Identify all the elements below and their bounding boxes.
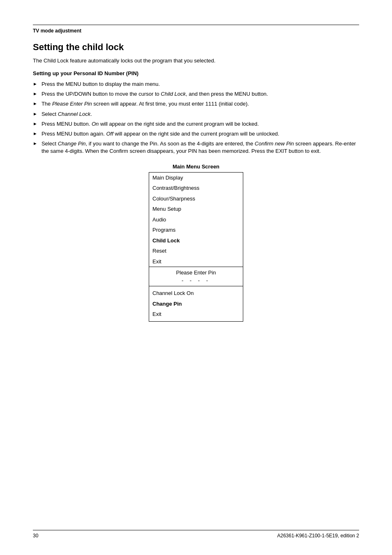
bullet-text: Press the MENU button to display the mai…: [42, 81, 359, 88]
list-item: ► Press MENU button again. Off will appe…: [33, 130, 359, 138]
bullet-text: Press MENU button. On will appear on the…: [42, 120, 359, 128]
list-item: ► Select Change Pin, if you want to chan…: [33, 140, 359, 155]
page-footer: 30 A26361-K961-Z100-1-5E19, edition 2: [33, 530, 359, 539]
section-header: TV mode adjustment: [33, 25, 359, 34]
menu-item-exit: Exit: [149, 256, 243, 267]
menu-item-audio: Audio: [149, 214, 243, 225]
menu-item-main-display: Main Display: [149, 173, 243, 183]
menu-item-menu-setup: Menu Setup: [149, 204, 243, 214]
screens-container: Main Menu Screen Main Display Contrast/B…: [33, 164, 359, 322]
bullet-text: Select Change Pin, if you want to change…: [42, 140, 359, 155]
child-lock-box: Channel Lock On Change Pin Exit: [149, 286, 243, 322]
intro-text: The Child Lock feature automatically loc…: [33, 58, 359, 64]
footer-page-number: 30: [33, 533, 38, 539]
bullet-list: ► Press the MENU button to display the m…: [33, 81, 359, 155]
menu-item-reset: Reset: [149, 246, 243, 256]
bullet-arrow-icon: ►: [33, 91, 37, 97]
child-lock-change-pin: Change Pin: [149, 299, 243, 309]
pin-box: Please Enter Pin - - - -: [149, 267, 243, 286]
menu-item-child-lock: Child Lock: [149, 235, 243, 246]
footer-doc-reference: A26361-K961-Z100-1-5E19, edition 2: [277, 533, 359, 539]
bullet-arrow-icon: ►: [33, 121, 37, 127]
bullet-text: Press the UP/DOWN button to move the cur…: [42, 90, 359, 98]
page-title: Setting the child lock: [33, 42, 359, 53]
main-menu-box: Main Display Contrast/Brightness Colour/…: [149, 172, 243, 267]
list-item: ► Press the MENU button to display the m…: [33, 81, 359, 88]
page-container: TV mode adjustment Setting the child loc…: [0, 0, 392, 555]
child-lock-exit: Exit: [149, 309, 243, 320]
bullet-arrow-icon: ►: [33, 111, 37, 117]
list-item: ► Press MENU button. On will appear on t…: [33, 120, 359, 128]
list-item: ► The Please Enter Pin screen will appea…: [33, 100, 359, 108]
menu-item-programs: Programs: [149, 225, 243, 235]
child-lock-channel-lock: Channel Lock On: [149, 288, 243, 299]
pin-dashes: - - - -: [152, 277, 240, 283]
pin-box-title: Please Enter Pin: [152, 269, 240, 276]
list-item: ► Press the UP/DOWN button to move the c…: [33, 90, 359, 98]
section-header-text: TV mode adjustment: [33, 28, 81, 34]
bullet-arrow-icon: ►: [33, 140, 37, 147]
bullet-arrow-icon: ►: [33, 81, 37, 87]
bullet-text: Press MENU button again. Off will appear…: [42, 130, 359, 138]
list-item: ► Select Channel Lock.: [33, 111, 359, 118]
menu-item-colour: Colour/Sharpness: [149, 193, 243, 204]
sub-heading: Setting up your Personal ID Number (PIN): [33, 70, 359, 76]
bullet-text: Select Channel Lock.: [42, 111, 359, 118]
main-menu-screen-label: Main Menu Screen: [173, 164, 219, 170]
bullet-arrow-icon: ►: [33, 101, 37, 107]
bullet-text: The Please Enter Pin screen will appear.…: [42, 100, 359, 108]
bullet-arrow-icon: ►: [33, 131, 37, 137]
menu-item-contrast: Contrast/Brightness: [149, 183, 243, 193]
